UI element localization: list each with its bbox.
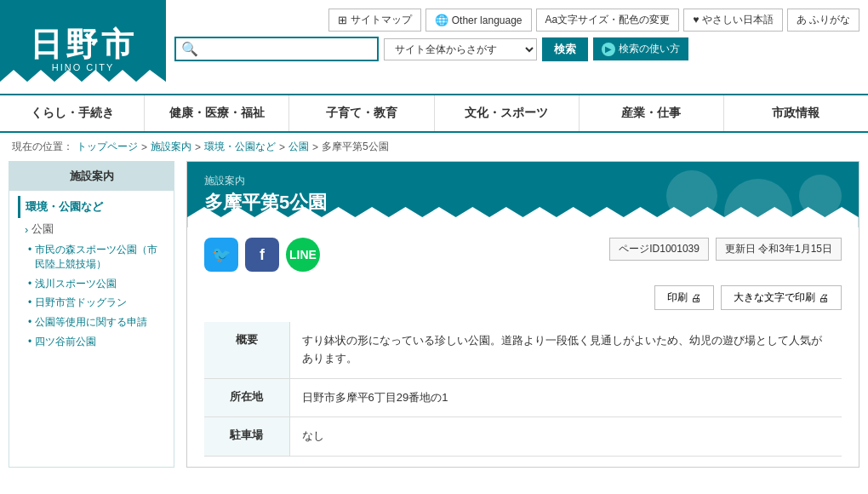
print-large-button[interactable]: 大きな文字で印刷 🖨 xyxy=(721,285,842,310)
page-header: 施設案内 多摩平第5公園 xyxy=(187,162,859,227)
sidebar-subcategory-park[interactable]: 公園 xyxy=(18,218,165,240)
sidebar-section: 環境・公園など 公園 市民の森スポーツ公園（市民陸上競技場） 浅川スポーツ公園 … xyxy=(9,191,174,357)
site-logo[interactable]: 日野市 HINO CITY xyxy=(0,0,166,94)
page-meta: ページID1001039 更新日 令和3年1月15日 xyxy=(609,238,842,261)
main-navigation: くらし・手続き 健康・医療・福祉 子育て・教育 文化・スポーツ 産業・仕事 市政… xyxy=(0,94,868,133)
page-content: 🐦 f LINE ページID1001039 更新日 令和3年1月15日 印刷 xyxy=(187,227,859,467)
search-scope-select[interactable]: サイト全体からさがす xyxy=(384,38,537,60)
facebook-icon: f xyxy=(260,246,265,264)
header-decoration xyxy=(666,170,842,227)
info-value-summary: すり鉢状の形になっている珍しい公園。道路より一段低く見通しがよいため、幼児の遊び… xyxy=(289,322,842,378)
sitemap-icon: ⊞ xyxy=(338,14,347,26)
breadcrumb: 現在の位置： トップページ > 施設案内 > 環境・公園など > 公園 > 多摩… xyxy=(0,133,868,161)
facebook-button[interactable]: f xyxy=(245,238,279,272)
breadcrumb-label: 現在の位置： xyxy=(12,140,73,154)
sidebar: 施設案内 環境・公園など 公園 市民の森スポーツ公園（市民陸上競技場） 浅川スポ… xyxy=(9,161,174,468)
globe-icon: 🌐 xyxy=(435,14,448,26)
breadcrumb-environment[interactable]: 環境・公園など xyxy=(204,140,276,154)
sidebar-link-asakawa[interactable]: 浅川スポーツ公園 xyxy=(18,274,165,294)
main-panel: 施設案内 多摩平第5公園 🐦 f xyxy=(186,161,859,468)
sidebar-link-park-use[interactable]: 公園等使用に関する申請 xyxy=(18,313,165,332)
info-row-address: 所在地 日野市多摩平6丁目29番地の1 xyxy=(204,378,842,417)
nav-item-sangyo[interactable]: 産業・仕事 xyxy=(580,95,724,131)
breadcrumb-facility[interactable]: 施設案内 xyxy=(151,140,191,154)
furigana-button[interactable]: あ ふりがな xyxy=(787,9,859,32)
sitemap-button[interactable]: ⊞ サイトマップ xyxy=(328,9,421,32)
easy-japanese-button[interactable]: ♥ やさしい日本語 xyxy=(683,9,782,32)
logo-wave-decoration xyxy=(0,70,166,94)
social-buttons: 🐦 f LINE xyxy=(204,238,320,272)
search-input[interactable] xyxy=(202,43,363,55)
info-row-parking: 駐車場 なし xyxy=(204,417,842,457)
printer-large-icon: 🖨 xyxy=(819,292,829,304)
info-label-parking: 駐車場 xyxy=(204,417,289,457)
info-value-address: 日野市多摩平6丁目29番地の1 xyxy=(289,378,842,417)
nav-item-bunka[interactable]: 文化・スポーツ xyxy=(435,95,580,131)
line-icon: LINE xyxy=(289,248,317,261)
nav-item-kurashi[interactable]: くらし・手続き xyxy=(0,95,145,131)
sidebar-link-mori[interactable]: 市民の森スポーツ公園（市民陸上競技場） xyxy=(18,240,165,274)
info-value-parking: なし xyxy=(289,417,842,457)
breadcrumb-top[interactable]: トップページ xyxy=(77,140,138,154)
sidebar-link-dogrun[interactable]: 日野市営ドッグラン xyxy=(18,293,165,313)
nav-item-kenko[interactable]: 健康・医療・福祉 xyxy=(145,95,289,131)
sidebar-title: 施設案内 xyxy=(9,162,174,191)
circle-play-icon: ▶ xyxy=(602,43,615,56)
line-button[interactable]: LINE xyxy=(286,238,320,272)
twitter-icon: 🐦 xyxy=(212,245,231,264)
search-button[interactable]: 検索 xyxy=(542,37,588,61)
search-help-button[interactable]: ▶ 検索の使い方 xyxy=(593,37,688,60)
printer-icon: 🖨 xyxy=(691,292,701,304)
other-language-button[interactable]: 🌐 Other language xyxy=(425,9,532,32)
twitter-button[interactable]: 🐦 xyxy=(204,238,238,272)
info-label-summary: 概要 xyxy=(204,322,289,378)
logo-kanji: 日野市 xyxy=(30,28,137,60)
info-label-address: 所在地 xyxy=(204,378,289,417)
nav-item-kosodate[interactable]: 子育て・教育 xyxy=(289,95,434,131)
breadcrumb-current: 多摩平第5公園 xyxy=(322,140,389,154)
content-area: 施設案内 環境・公園など 公園 市民の森スポーツ公園（市民陸上競技場） 浅川スポ… xyxy=(0,161,868,485)
nav-item-shise[interactable]: 市政情報 xyxy=(724,95,868,131)
print-button[interactable]: 印刷 🖨 xyxy=(654,285,714,310)
print-buttons: 印刷 🖨 大きな文字で印刷 🖨 xyxy=(204,285,842,310)
updated-badge: 更新日 令和3年1月15日 xyxy=(716,238,842,261)
info-table: 概要 すり鉢状の形になっている珍しい公園。道路より一段低く見通しがよいため、幼児… xyxy=(204,322,842,457)
search-row: 🔍 サイト全体からさがす 検索 ▶ 検索の使い方 xyxy=(174,37,859,65)
page-id-badge: ページID1001039 xyxy=(609,238,709,261)
search-icon: 🔍 xyxy=(181,41,198,57)
sidebar-category-environment[interactable]: 環境・公園など xyxy=(18,196,165,218)
font-size-button[interactable]: Aa文字サイズ・配色の変更 xyxy=(536,9,680,32)
sidebar-link-yotsuya[interactable]: 四ツ谷前公園 xyxy=(18,332,165,352)
search-box: 🔍 xyxy=(174,37,379,61)
header-utility-buttons: ⊞ サイトマップ 🌐 Other language Aa文字サイズ・配色の変更 … xyxy=(174,5,859,32)
info-row-summary: 概要 すり鉢状の形になっている珍しい公園。道路より一段低く見通しがよいため、幼児… xyxy=(204,322,842,378)
breadcrumb-park[interactable]: 公園 xyxy=(288,140,309,154)
